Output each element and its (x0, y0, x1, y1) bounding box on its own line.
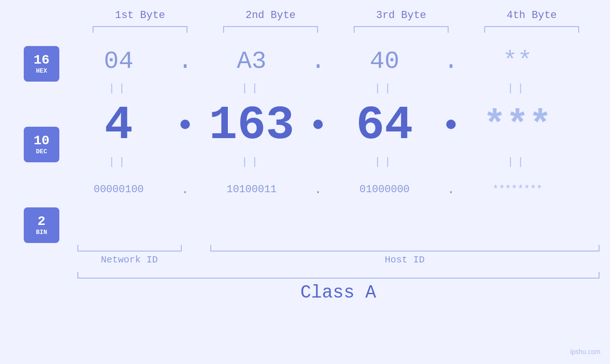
equals-row-2: || || || || (66, 154, 610, 170)
bin-dot2: . (304, 182, 332, 197)
dec-b4: *** (465, 104, 570, 147)
dec-badge-num: 10 (34, 134, 50, 149)
dec-badge-label: DEC (36, 148, 47, 155)
badge-column: 16 HEX 10 DEC 2 BIN (0, 42, 66, 243)
hex-badge: 16 HEX (24, 46, 59, 82)
hex-dot2: . (304, 47, 332, 75)
network-id-label: Network ID (77, 254, 182, 265)
dec-row: 4 163 64 *** (66, 97, 610, 154)
bracket-byte2 (223, 26, 318, 33)
eq1-b4: || (465, 83, 570, 94)
dec-b2: 163 (199, 99, 304, 152)
byte-headers: 1st Byte 2nd Byte 3rd Byte 4th Byte (75, 9, 597, 21)
id-labels-row: Network ID Host ID (77, 254, 600, 265)
bin-b4: ******** (465, 184, 570, 196)
bin-b3: 01000000 (332, 184, 437, 196)
hex-b4: ** (465, 47, 570, 75)
bin-badge: 2 BIN (24, 207, 59, 243)
equals-row-1: || || || || (66, 80, 610, 97)
bottom-id-brackets (77, 245, 600, 252)
eq1-b1: || (66, 83, 171, 94)
dec-b3: 64 (332, 99, 437, 152)
host-id-label: Host ID (210, 254, 600, 265)
hex-b1: 04 (66, 47, 171, 75)
dec-dot1 (171, 120, 199, 131)
eq1-b3: || (332, 83, 437, 94)
header-byte1: 1st Byte (81, 9, 199, 21)
hex-b3: 40 (332, 47, 437, 75)
bin-dot1: . (171, 182, 199, 197)
bracket-byte1 (93, 26, 188, 33)
header-byte4: 4th Byte (472, 9, 591, 21)
bin-b2: 10100011 (199, 184, 304, 196)
bin-b1: 00000100 (66, 184, 171, 196)
network-bracket (77, 245, 182, 252)
dec-dot2 (304, 120, 332, 131)
eq2-b3: || (332, 156, 437, 168)
bracket-gap1 (182, 245, 210, 252)
hex-row: 04 . A3 . 40 . ** (66, 42, 610, 80)
data-columns: 04 . A3 . 40 . ** (66, 42, 610, 243)
dec-dot3 (437, 120, 465, 131)
hex-dot3: . (437, 47, 465, 75)
bracket-byte3 (354, 26, 449, 33)
eq2-b4: || (465, 156, 570, 168)
hex-dot1: . (171, 47, 199, 75)
top-brackets (75, 26, 597, 33)
bin-row: 00000100 . 10100011 . 01000000 . (66, 170, 610, 208)
bin-dot3: . (437, 182, 465, 197)
host-bracket (210, 245, 600, 252)
bin-badge-label: BIN (36, 229, 47, 236)
header-byte3: 3rd Byte (342, 9, 460, 21)
bin-badge-num: 2 (38, 215, 46, 229)
hex-badge-label: HEX (36, 67, 47, 75)
eq2-b2: || (199, 156, 304, 168)
eq2-b1: || (66, 156, 171, 168)
section-wrapper: 16 HEX 10 DEC 2 BIN 04 . (0, 42, 610, 243)
dec-badge: 10 DEC (24, 127, 59, 162)
class-bracket-wrapper (77, 272, 600, 279)
eq1-b2: || (199, 83, 304, 94)
class-label: Class A (300, 282, 376, 303)
header-byte2: 2nd Byte (211, 9, 330, 21)
main-container: 1st Byte 2nd Byte 3rd Byte 4th Byte 16 H… (0, 0, 610, 364)
bracket-byte4 (484, 26, 579, 33)
class-bracket (77, 272, 600, 279)
class-label-row: Class A (77, 282, 600, 303)
dec-b1: 4 (66, 99, 171, 152)
hex-badge-num: 16 (34, 53, 50, 68)
hex-b2: A3 (199, 47, 304, 75)
watermark: ipshu.com (570, 348, 601, 355)
